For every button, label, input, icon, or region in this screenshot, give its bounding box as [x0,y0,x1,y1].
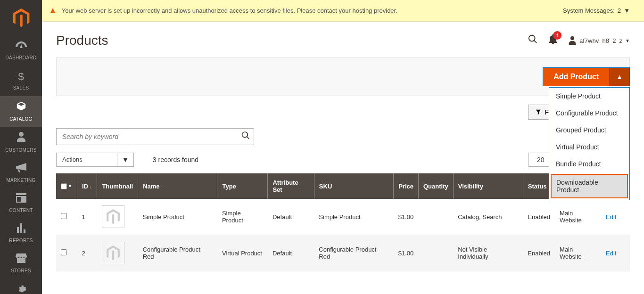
edit-link[interactable]: Edit [606,213,616,220]
system-message-bar: ▲ Your web server is set up incorrectly … [42,0,644,22]
row-checkbox[interactable] [61,213,67,219]
cell-status: Enabled [523,199,555,235]
sidebar-label: CUSTOMERS [5,147,36,153]
cell-websites: Main Website [555,199,601,235]
col-type[interactable]: Type [217,173,268,199]
cell-attr-set: Default [268,235,314,271]
cell-sku: Configurable Product-Red [314,235,393,271]
dollar-icon: $ [18,71,24,83]
cell-visibility: Catalog, Search [453,199,523,235]
col-checkbox[interactable]: ▼ [56,173,77,199]
add-option-configurable[interactable]: Configurable Product [549,105,629,122]
sidebar-label: CATALOG [9,116,32,122]
catalog-icon [16,101,26,114]
table-row[interactable]: 1 Simple Product Simple Product Default … [56,199,630,235]
cell-sku: Simple Product [314,199,393,235]
cell-thumbnail [97,199,138,235]
cell-type: Virtual Product [217,235,268,271]
cell-id: 2 [77,235,97,271]
sidebar-label: CONTENT [9,208,33,213]
add-product-bar: Add Product ▲ Simple Product Configurabl… [56,57,630,96]
page-header: Products 1 af7whv_h8_2_z ▼ [42,22,644,57]
cell-attr-set: Default [268,199,314,235]
sidebar-item-sales[interactable]: $ SALES [0,66,42,96]
sidebar-item-dashboard[interactable]: DASHBOARD [0,36,42,66]
col-price[interactable]: Price [394,173,419,199]
customer-icon [17,132,26,145]
add-option-grouped[interactable]: Grouped Product [549,122,629,139]
dashboard-icon [16,41,27,53]
cell-qty [418,235,453,271]
col-visibility[interactable]: Visibility [453,173,523,199]
col-name[interactable]: Name [138,173,217,199]
cell-websites: Main Website [555,235,601,271]
cell-qty [418,199,453,235]
notifications-icon[interactable]: 1 [548,34,558,47]
sidebar-label: SALES [13,85,29,90]
cell-name: Simple Product [138,199,217,235]
edit-link[interactable]: Edit [606,250,616,257]
filter-icon [535,109,542,115]
chevron-down-icon: ▼ [117,153,134,167]
cell-id: 1 [77,199,97,235]
col-id[interactable]: ID↓ [77,173,97,199]
sidebar-item-stores[interactable]: STORES [0,249,42,279]
sidebar-item-customers[interactable]: CUSTOMERS [0,127,42,158]
col-qty[interactable]: Quantity [418,173,453,199]
cell-visibility: Not Visible Individually [453,235,523,271]
stores-icon [16,253,27,266]
sidebar-label: REPORTS [9,238,33,243]
add-product-button[interactable]: Add Product [543,67,610,86]
sidebar-item-marketing[interactable]: MARKETING [0,158,42,188]
row-checkbox[interactable] [61,249,67,255]
reports-icon [16,223,26,236]
add-option-virtual[interactable]: Virtual Product [549,139,629,155]
gear-icon [16,284,26,286]
table-row[interactable]: 2 Configurable Product-Red Virtual Produ… [56,235,630,271]
add-option-downloadable[interactable]: Downloadable Product [551,174,628,198]
cell-status: Enabled [523,235,555,271]
chevron-down-icon: ▼ [624,7,630,14]
sidebar-item-reports[interactable]: REPORTS [0,219,42,249]
search-submit-icon[interactable] [241,131,250,143]
search-input[interactable] [56,128,254,145]
sidebar-label: MARKETING [6,178,35,183]
add-option-bundle[interactable]: Bundle Product [549,155,629,172]
cell-thumbnail [97,235,138,271]
col-thumbnail[interactable]: Thumbnail [97,173,138,199]
sidebar-label: DASHBOARD [5,55,36,60]
add-product-toggle[interactable]: ▲ [610,67,630,86]
actions-select[interactable]: Actions ▼ [56,153,134,167]
magento-logo[interactable] [0,0,42,36]
admin-sidebar: DASHBOARD $ SALES CATALOG CUSTOMERS MARK… [0,0,42,286]
cell-type: Simple Product [217,199,268,235]
cell-price: $1.00 [394,199,419,235]
user-menu[interactable]: af7whv_h8_2_z ▼ [568,36,630,45]
system-messages-toggle[interactable]: System Messages: 2 ▼ [563,7,630,14]
sidebar-item-catalog[interactable]: CATALOG [0,96,42,127]
notification-badge: 1 [553,31,561,40]
content-icon [16,193,26,205]
select-all-checkbox[interactable] [61,183,67,189]
system-message-text: Your web server is set up incorrectly an… [62,7,563,14]
products-grid: ▼ ID↓ Thumbnail Name Type Attribute Set … [56,173,630,271]
cell-name: Configurable Product-Red [138,235,217,271]
search-icon[interactable] [528,34,538,47]
sidebar-label: STORES [11,268,31,273]
warning-icon: ▲ [49,6,57,16]
sidebar-item-system[interactable]: SYSTEM [0,279,42,286]
col-sku[interactable]: SKU [314,173,393,199]
sidebar-item-content[interactable]: CONTENT [0,188,42,219]
add-option-simple[interactable]: Simple Product [549,88,629,105]
records-found: 3 records found [153,156,198,163]
chevron-down-icon: ▼ [625,38,630,43]
page-title: Products [56,33,528,48]
user-icon [568,36,577,45]
col-attr-set[interactable]: Attribute Set [268,173,314,199]
add-product-dropdown: Simple Product Configurable Product Grou… [549,87,630,200]
cell-price: $1.00 [394,235,419,271]
marketing-icon [16,163,26,175]
